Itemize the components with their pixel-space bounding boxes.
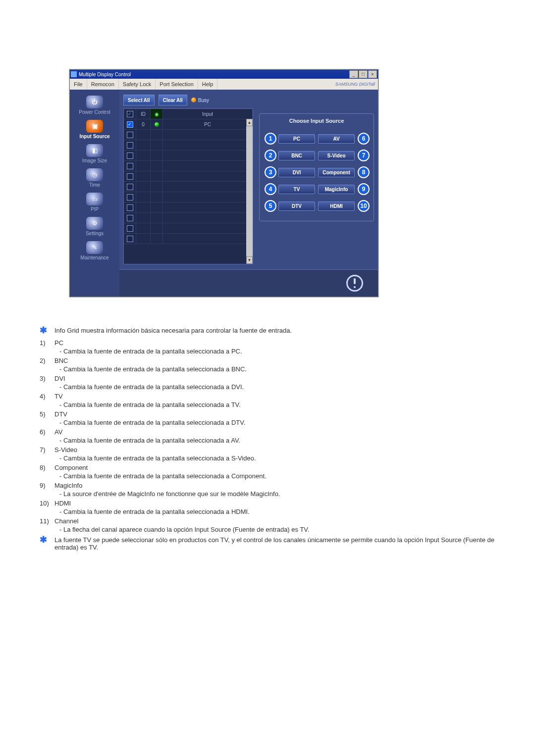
row-checkbox[interactable] [124, 223, 136, 233]
titlebar: Multiple Display Control _ □ × [70, 70, 378, 79]
item-number: 10) [40, 500, 54, 515]
menu-help[interactable]: Help [198, 79, 218, 90]
table-row[interactable] [124, 182, 253, 192]
source-s-video-button[interactable]: S-Video [318, 151, 355, 160]
header-input: Input [163, 109, 253, 119]
sidebar-item-settings[interactable]: ⚙Settings [70, 215, 119, 239]
row-checkbox[interactable] [124, 202, 136, 212]
header-checkbox-cell[interactable]: ✓ [124, 109, 136, 119]
source-dtv-button[interactable]: DTV [278, 202, 315, 211]
source-av-button[interactable]: AV [318, 134, 355, 144]
table-row[interactable] [124, 202, 253, 213]
list-item: 5)DTV- Cambia la fuente de entrada de la… [40, 410, 495, 426]
sidebar-item-image-size[interactable]: ◧Image Size [70, 142, 119, 166]
grid-scrollbar[interactable]: ▲ ▼ [246, 119, 253, 264]
table-row[interactable] [124, 130, 253, 140]
callout-4: 4 [265, 183, 276, 195]
source-bnc-button[interactable]: BNC [278, 151, 315, 160]
item-number: 8) [40, 464, 54, 480]
row-status [151, 234, 163, 244]
item-number: 5) [40, 410, 54, 426]
row-checkbox[interactable]: ✓ [124, 119, 136, 129]
item-label: AV [54, 428, 495, 436]
sidebar-item-time[interactable]: ◷Time [70, 166, 119, 191]
item-number: 6) [40, 428, 54, 444]
source-tv-button[interactable]: TV [278, 185, 315, 194]
table-row[interactable] [124, 223, 253, 234]
row-checkbox[interactable] [124, 151, 136, 160]
row-checkbox[interactable] [124, 140, 136, 150]
item-number: 3) [40, 375, 54, 391]
item-detail: - Cambia la fuente de entrada de la pant… [54, 454, 495, 462]
sidebar-item-maintenance[interactable]: ✎Maintenance [70, 239, 119, 263]
item-label: S-Video [54, 446, 495, 454]
item-number: 4) [40, 393, 54, 408]
row-checkbox[interactable] [124, 171, 136, 181]
source-hdmi-button[interactable]: HDMI [318, 202, 355, 211]
callout-8: 8 [358, 166, 370, 178]
menu-remocon[interactable]: Remocon [87, 79, 119, 90]
final-note: ✱ La fuente TV se puede seleccionar sólo… [40, 536, 495, 551]
row-checkbox[interactable] [124, 182, 136, 192]
panel-title: Choose Input Source [265, 118, 369, 124]
input-source-panel: Choose Input Source 1PCAV62BNCS-Video73D… [259, 113, 374, 221]
alert-icon [346, 275, 363, 292]
scroll-down-icon[interactable]: ▼ [246, 256, 253, 264]
sidebar-item-input-source[interactable]: ▣Input Source [70, 118, 119, 142]
item-label: PC [54, 339, 495, 347]
busy-label: Busy [198, 98, 209, 103]
row-input [163, 192, 253, 202]
row-checkbox[interactable] [124, 213, 136, 223]
table-row[interactable] [124, 192, 253, 202]
clear-all-button[interactable]: Clear All [159, 95, 187, 105]
sidebar-icon: ⚙ [86, 217, 103, 230]
table-row[interactable] [124, 234, 253, 244]
source-dvi-button[interactable]: DVI [278, 168, 315, 177]
scroll-up-icon[interactable]: ▲ [246, 119, 253, 126]
sidebar-item-pip[interactable]: ▭PIP [70, 191, 119, 215]
table-row[interactable] [124, 151, 253, 161]
close-button[interactable]: × [368, 70, 377, 78]
source-pc-button[interactable]: PC [278, 134, 315, 144]
table-row[interactable] [124, 213, 253, 223]
item-label: Channel [54, 517, 495, 525]
minimize-button[interactable]: _ [349, 70, 358, 78]
item-number: 11) [40, 517, 54, 533]
row-status [151, 140, 163, 150]
row-checkbox[interactable] [124, 234, 136, 244]
menu-file[interactable]: File [70, 79, 87, 90]
table-row[interactable]: ✓0PC [124, 119, 253, 130]
item-detail: - Cambia la fuente de entrada de la pant… [54, 508, 495, 515]
callout-6: 6 [358, 133, 370, 145]
item-number: 2) [40, 357, 54, 373]
row-checkbox[interactable] [124, 161, 136, 171]
list-item: 9)MagicInfo- La source d'entrée de Magic… [40, 482, 495, 498]
sidebar-item-power-control[interactable]: ⏻Power Control [70, 94, 119, 118]
menu-port-selection[interactable]: Port Selection [156, 79, 198, 90]
action-bar: Select All Clear All Busy [119, 90, 378, 108]
row-id [136, 202, 151, 212]
item-label: DTV [54, 410, 495, 418]
list-item: 1)PC- Cambia la fuente de entrada de la … [40, 339, 495, 355]
list-item: 8)Component- Cambia la fuente de entrada… [40, 464, 495, 480]
source-component-button[interactable]: Component [318, 168, 355, 177]
table-row[interactable] [124, 140, 253, 151]
row-status [151, 213, 163, 223]
item-label: TV [54, 393, 495, 400]
item-label: MagicInfo [54, 482, 495, 489]
sidebar-item-label: Settings [70, 231, 119, 236]
row-id [136, 182, 151, 192]
row-id [136, 130, 151, 140]
maximize-button[interactable]: □ [359, 70, 368, 78]
row-input [163, 151, 253, 160]
menu-safety-lock[interactable]: Safety Lock [119, 79, 156, 90]
item-detail: - La source d'entrée de MagicInfo ne fon… [54, 490, 495, 498]
row-checkbox[interactable] [124, 192, 136, 202]
table-row[interactable] [124, 161, 253, 171]
row-checkbox[interactable] [124, 130, 136, 140]
row-input: PC [163, 119, 253, 129]
scroll-track[interactable] [246, 126, 253, 256]
table-row[interactable] [124, 171, 253, 182]
source-magicinfo-button[interactable]: MagicInfo [318, 185, 355, 194]
select-all-button[interactable]: Select All [123, 95, 155, 105]
